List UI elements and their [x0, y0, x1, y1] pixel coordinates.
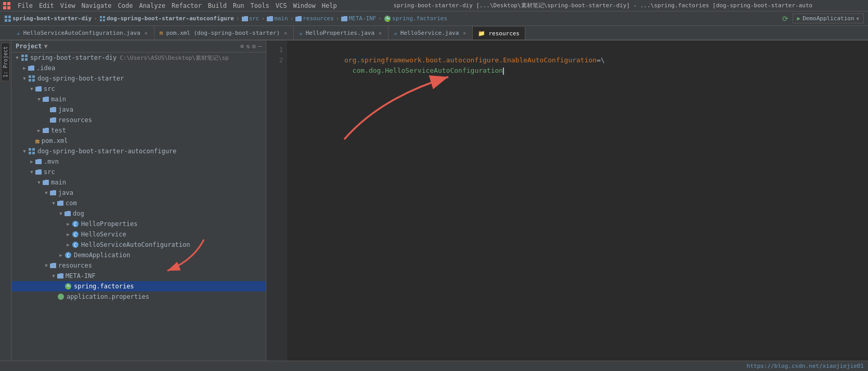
close-tab-btn-3[interactable]: ✕	[378, 30, 383, 36]
tree-node-src1[interactable]: ▼ src	[11, 84, 266, 94]
tab-hello-service[interactable]: ☕ HelloService.java ✕	[388, 26, 473, 39]
tab-hello-auto-config[interactable]: ☕ HelloServiceAutoConfiguration.java ✕	[11, 26, 154, 39]
editor-area: 1: Project Project ▼ ⊕ ⇅ ⚙ — ▼	[0, 41, 868, 361]
menu-build[interactable]: Build	[205, 0, 230, 11]
svg-rect-18	[29, 75, 31, 78]
dog-starter-label: dog-spring-boot-starter	[37, 75, 124, 82]
tree-node-idea[interactable]: ▶ .idea	[11, 63, 266, 73]
tree-node-hello-auto[interactable]: ▶ C HelloServiceAutoConfiguration	[11, 240, 266, 250]
tree-node-dog-starter[interactable]: ▼ dog-spring-boot-starter	[11, 73, 266, 84]
expand-arrow: ▼	[50, 273, 57, 279]
tree-node-appprops[interactable]: application.properties	[11, 292, 266, 302]
svg-rect-10	[100, 19, 102, 21]
menu-run[interactable]: Run	[230, 0, 248, 11]
menu-tools[interactable]: Tools	[248, 0, 273, 11]
nav-main[interactable]: main	[274, 15, 288, 22]
appprops-label: application.properties	[67, 293, 149, 300]
nav-module[interactable]: dog-spring-boot-starter-autoconfigure	[107, 15, 234, 22]
close-tab-btn[interactable]: ✕	[144, 30, 149, 36]
java-file-icon-3: ☕	[394, 30, 397, 36]
main2-label: main	[51, 179, 66, 186]
tree-node-src2[interactable]: ▼ src	[11, 167, 266, 177]
tree-node-dog[interactable]: ▼ dog	[11, 208, 266, 219]
module-icon-2	[99, 16, 106, 22]
menu-navigate[interactable]: Navigate	[79, 0, 115, 11]
test1-label: test	[51, 127, 66, 134]
menu-file[interactable]: File	[15, 0, 36, 11]
folder-icon-src1	[35, 86, 42, 91]
settings-icon[interactable]: ⚙	[252, 43, 256, 50]
tree-node-root[interactable]: ▼ spring-boot-starter-diy C:\Users\ASUS\…	[11, 52, 266, 63]
tree-node-hello-props[interactable]: ▶ C HelloProperties	[11, 219, 266, 229]
tree-node-resources1[interactable]: resources	[11, 115, 266, 125]
sync-icon[interactable]: ⟳	[782, 15, 788, 23]
tree-node-pom1[interactable]: m pom.xml	[11, 136, 266, 146]
svg-rect-23	[32, 148, 35, 151]
tree-node-java2[interactable]: ▼ java	[11, 188, 266, 198]
tree-node-hello-service[interactable]: ▶ C HelloService	[11, 229, 266, 240]
expand-arrow: ▶	[28, 159, 35, 164]
nav-resources[interactable]: resources	[303, 15, 334, 22]
tree-node-java1[interactable]: java	[11, 104, 266, 115]
run-config-selector[interactable]: ▶ DemoApplication ▼	[793, 14, 864, 23]
tree-node-demo-app[interactable]: ▶ C DemoApplication	[11, 250, 266, 260]
tree-node-resources2[interactable]: ▼ resources	[11, 260, 266, 271]
text-cursor	[503, 68, 504, 75]
module-icon	[4, 15, 11, 22]
tree-node-main2[interactable]: ▼ main	[11, 177, 266, 188]
folder-icon-resources	[295, 16, 302, 21]
nav-project[interactable]: spring-boot-starter-diy	[12, 15, 92, 22]
expand-arrow: ▶	[35, 128, 43, 133]
tree-node-main1[interactable]: ▼ main	[11, 94, 266, 104]
status-url: https://blog.csdn.net/xiaojiejie01	[747, 363, 864, 369]
close-tab-btn-2[interactable]: ✕	[283, 30, 288, 36]
class-icon-hello-auto: C	[72, 241, 79, 248]
menu-code[interactable]: Code	[115, 0, 136, 11]
root-path: C:\Users\ASUS\Desktop\素材笔记\sp	[120, 54, 229, 62]
status-bar: https://blog.csdn.net/xiaojiejie01	[0, 361, 868, 371]
menu-view[interactable]: View	[57, 0, 79, 11]
tree-node-metainf[interactable]: ▼ META-INF	[11, 271, 266, 281]
menu-window[interactable]: Window	[290, 0, 318, 11]
menu-edit[interactable]: Edit	[36, 0, 57, 11]
svg-rect-21	[32, 79, 35, 82]
expand-arrow: ▼	[35, 180, 43, 185]
metainf-label: META-INF	[66, 272, 96, 280]
menu-help[interactable]: Help	[319, 0, 340, 11]
sort-icon[interactable]: ⇅	[246, 43, 250, 50]
tree-node-autoconfig[interactable]: ▼ dog-spring-boot-starter-autoconfigure	[11, 146, 266, 156]
sidebar-title: Project	[16, 43, 42, 50]
minimize-icon[interactable]: —	[258, 43, 262, 50]
run-config-icon: ▶	[797, 15, 801, 22]
tab-hello-properties[interactable]: ☕ HelloProperties.java ✕	[294, 26, 388, 39]
nav-metainf[interactable]: META-INF	[348, 15, 376, 22]
sidebar-dropdown-icon[interactable]: ▼	[44, 43, 48, 50]
tree-node-springfactories[interactable]: 🍃 spring.factories	[11, 281, 266, 292]
scope-icon[interactable]: ⊕	[240, 43, 244, 50]
tree-node-mvn[interactable]: ▶ .mvn	[11, 156, 266, 167]
tab-resources[interactable]: 📁 resources	[473, 27, 525, 41]
nav-springfactories[interactable]: spring.factories	[392, 15, 447, 22]
code-line-1: org.springframework.boot.autoconfigure.E…	[295, 45, 860, 55]
code-span-1a: org.springframework.boot.autoconfigure.E…	[344, 56, 597, 64]
menu-refactor[interactable]: Refactor	[169, 0, 205, 11]
tree-node-test1[interactable]: ▶ test	[11, 125, 266, 136]
menu-vcs[interactable]: VCS	[273, 0, 290, 11]
window-title: spring-boot-starter-diy [...\Desktop\素材笔…	[340, 2, 866, 9]
folder-icon-java2	[50, 190, 56, 195]
tab-pom-xml[interactable]: m pom.xml (dog-spring-boot-starter) ✕	[154, 26, 294, 39]
code-editor[interactable]: 1 2 org.springframework.boot.autoconfigu…	[266, 41, 868, 361]
springfactories-label: spring.factories	[74, 283, 134, 290]
close-tab-btn-4[interactable]: ✕	[462, 30, 467, 36]
nav-src[interactable]: src	[249, 15, 260, 22]
java1-label: java	[58, 106, 73, 113]
project-tab-button[interactable]: 1: Project	[1, 43, 10, 81]
folder-icon-mvn	[35, 159, 42, 164]
expand-arrow: ▼	[28, 86, 35, 91]
svg-rect-11	[103, 19, 105, 21]
run-config-dropdown[interactable]: ▼	[857, 16, 859, 21]
xml-file-icon: m	[160, 30, 163, 36]
expand-arrow: ▶	[64, 242, 72, 247]
tree-node-com[interactable]: ▼ com	[11, 198, 266, 208]
menu-analyze[interactable]: Analyze	[136, 0, 169, 11]
